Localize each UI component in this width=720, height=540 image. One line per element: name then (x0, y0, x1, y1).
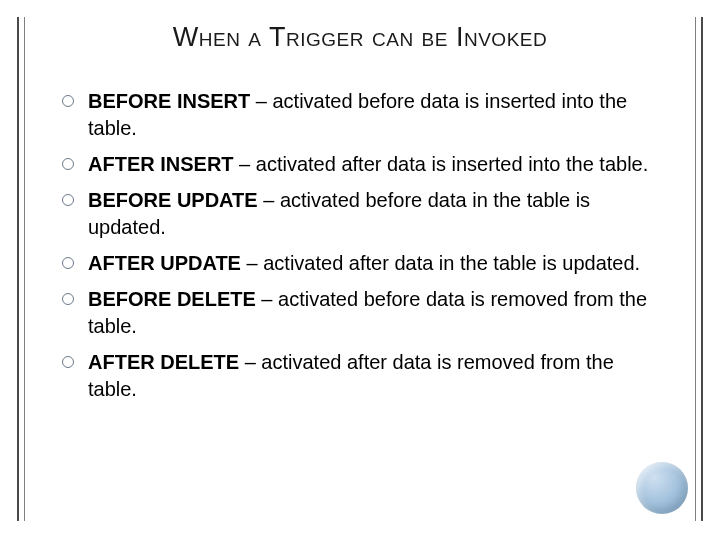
list-item: BEFORE UPDATE – activated before data in… (62, 187, 668, 241)
list-item: BEFORE INSERT – activated before data is… (62, 88, 668, 142)
list-item: AFTER DELETE – activated after data is r… (62, 349, 668, 403)
list-item: AFTER UPDATE – activated after data in t… (62, 250, 668, 277)
list-item-text: AFTER INSERT – activated after data is i… (88, 151, 668, 178)
term: AFTER DELETE (88, 351, 239, 373)
slide-title: When a Trigger can be Invoked (0, 22, 720, 53)
desc: – activated after data in the table is u… (241, 252, 640, 274)
list-item-text: AFTER UPDATE – activated after data in t… (88, 250, 668, 277)
term: BEFORE INSERT (88, 90, 250, 112)
list-item-text: BEFORE DELETE – activated before data is… (88, 286, 668, 340)
list-item-text: BEFORE INSERT – activated before data is… (88, 88, 668, 142)
term: BEFORE DELETE (88, 288, 256, 310)
list-item-text: AFTER DELETE – activated after data is r… (88, 349, 668, 403)
list-item: BEFORE DELETE – activated before data is… (62, 286, 668, 340)
bullet-icon (62, 356, 74, 368)
term: AFTER UPDATE (88, 252, 241, 274)
border-left-thick (17, 17, 19, 521)
border-right-thick (701, 17, 703, 521)
bullet-icon (62, 194, 74, 206)
term: BEFORE UPDATE (88, 189, 258, 211)
desc: – activated after data is inserted into … (234, 153, 649, 175)
slide-body: BEFORE INSERT – activated before data is… (62, 88, 668, 412)
bullet-icon (62, 158, 74, 170)
bullet-icon (62, 95, 74, 107)
decorative-orb (636, 462, 688, 514)
border-right-thin (695, 17, 696, 521)
list-item-text: BEFORE UPDATE – activated before data in… (88, 187, 668, 241)
list-item: AFTER INSERT – activated after data is i… (62, 151, 668, 178)
border-left-thin (24, 17, 25, 521)
bullet-icon (62, 293, 74, 305)
term: AFTER INSERT (88, 153, 234, 175)
bullet-icon (62, 257, 74, 269)
slide: When a Trigger can be Invoked BEFORE INS… (0, 0, 720, 540)
